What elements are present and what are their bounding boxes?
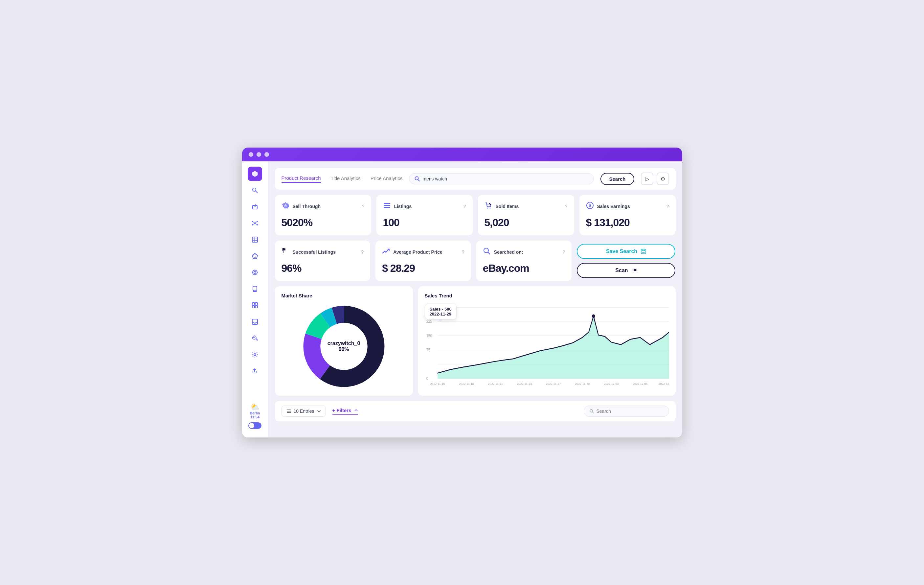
sidebar-item-tool[interactable] <box>248 331 262 345</box>
searched-on-info[interactable]: ? <box>563 250 565 255</box>
svg-rect-51 <box>633 269 633 271</box>
header-icons: ▷ ⚙ <box>641 172 669 185</box>
searched-on-icon <box>483 247 491 257</box>
svg-text:75: 75 <box>426 348 430 352</box>
metric-avg-price: Average Product Price ? $ 28.29 <box>375 241 471 281</box>
successful-listings-info[interactable]: ? <box>361 250 364 255</box>
svg-line-1 <box>256 191 257 193</box>
listings-info[interactable]: ? <box>464 204 466 209</box>
svg-point-6 <box>255 204 256 205</box>
sidebar-item-target[interactable] <box>248 265 262 280</box>
sidebar-bottom: ⛅ Berlin 11:54 <box>248 403 261 432</box>
play-icon-button[interactable]: ▷ <box>641 172 653 185</box>
save-search-button[interactable]: Save Search <box>577 244 675 259</box>
metric-searched-on: Searched on: ? eBay.com <box>476 241 572 281</box>
svg-rect-3 <box>254 207 254 207</box>
metric-successful-listings: Successful Listings ? 96% <box>275 241 371 281</box>
weather-widget: ⛅ Berlin 11:54 <box>250 403 260 419</box>
svg-rect-2 <box>252 205 257 209</box>
svg-rect-52 <box>634 269 634 271</box>
header-search-button[interactable]: Search <box>601 173 634 185</box>
market-share-title: Market Share <box>282 293 406 298</box>
svg-text:2022-11-21: 2022-11-21 <box>488 382 503 385</box>
sidebar-item-table[interactable] <box>248 232 262 247</box>
svg-rect-32 <box>252 303 254 305</box>
svg-text:0: 0 <box>426 376 428 380</box>
entries-select[interactable]: 10 Entries <box>282 406 326 417</box>
listings-label: Listings <box>394 204 412 209</box>
sold-items-label: Sold Items <box>496 204 519 209</box>
sidebar-item-award[interactable] <box>248 282 262 296</box>
header-search-input[interactable] <box>422 176 588 182</box>
tooltip-dot <box>592 314 595 318</box>
metric-sales-earnings-header: $ Sales Earnings ? <box>586 202 669 212</box>
scan-button[interactable]: Scan <box>577 263 675 278</box>
sell-through-value: 5020% <box>282 216 365 229</box>
svg-text:2022-11-27: 2022-11-27 <box>546 382 561 385</box>
filters-button[interactable]: + Filters <box>332 408 358 415</box>
entries-chevron-icon <box>317 409 321 413</box>
gear-icon-button[interactable]: ⚙ <box>657 172 669 185</box>
svg-rect-4 <box>255 207 256 207</box>
metric-sell-through: Sell Through ? 5020% <box>275 195 371 235</box>
sales-trend-chart: Sales Trend 300 225 <box>418 286 676 396</box>
svg-text:$: $ <box>589 203 591 208</box>
header: Product Research Title Analytics Price A… <box>275 168 676 190</box>
donut-wrapper: crazywitch_0 60% <box>282 304 406 389</box>
svg-text:2022-12-06: 2022-12-06 <box>633 382 647 385</box>
tab-title-analytics[interactable]: Title Analytics <box>331 175 361 182</box>
metrics-row-1: Sell Through ? 5020% <box>275 195 676 235</box>
line-chart-wrapper: 300 225 150 75 0 2022- <box>425 304 669 389</box>
sales-earnings-icon: $ <box>586 202 594 212</box>
sidebar-item-settings[interactable] <box>248 347 262 362</box>
sidebar-item-nodes[interactable] <box>248 216 262 230</box>
sidebar-item-search[interactable] <box>248 183 262 198</box>
svg-line-86 <box>592 412 594 413</box>
header-search-bar[interactable] <box>409 173 594 184</box>
sidebar-item-inbox[interactable] <box>248 314 262 329</box>
tab-product-research[interactable]: Product Research <box>282 175 321 183</box>
bottom-bar: 10 Entries + Filters <box>275 401 676 421</box>
charts-section: Market Share <box>275 286 676 396</box>
sell-through-label: Sell Through <box>293 204 321 209</box>
sidebar-item-bot[interactable] <box>248 200 262 214</box>
sidebar-item-export[interactable] <box>248 364 262 378</box>
avg-price-info[interactable]: ? <box>462 250 464 255</box>
sales-earnings-info[interactable]: ? <box>667 204 669 209</box>
svg-rect-55 <box>637 269 637 271</box>
svg-line-15 <box>255 223 257 225</box>
svg-text:2022-12-09: 2022-12-09 <box>658 382 669 385</box>
weather-icon: ⛅ <box>251 403 259 411</box>
tooltip-date: 2022-11-29 <box>430 312 452 317</box>
table-search-bar[interactable] <box>584 406 669 417</box>
donut-center: crazywitch_0 60% <box>327 340 360 352</box>
svg-text:150: 150 <box>426 334 432 338</box>
sales-earnings-value: $ 131,020 <box>586 216 669 229</box>
svg-text:2022-12-03: 2022-12-03 <box>604 382 619 385</box>
tab-price-analytics[interactable]: Price Analytics <box>371 175 403 182</box>
svg-point-44 <box>489 208 490 209</box>
sell-through-info[interactable]: ? <box>362 204 365 209</box>
scan-icon <box>631 268 637 273</box>
sidebar-item-gem[interactable] <box>248 249 262 263</box>
metric-searched-on-header: Searched on: ? <box>483 247 565 257</box>
svg-rect-50 <box>632 269 632 269</box>
svg-line-39 <box>418 179 419 181</box>
svg-rect-53 <box>634 269 635 271</box>
action-buttons: Save Search Scan <box>577 241 675 281</box>
avg-price-value: $ 28.29 <box>382 262 464 274</box>
main-content: Product Research Title Analytics Price A… <box>268 161 682 438</box>
successful-listings-icon <box>282 247 289 257</box>
dark-mode-toggle[interactable] <box>248 422 261 429</box>
search-bar-icon <box>414 176 420 182</box>
listings-icon <box>383 202 391 212</box>
metrics-row-2: Successful Listings ? 96% A <box>275 241 676 281</box>
sell-through-icon <box>282 202 289 212</box>
table-search-input[interactable] <box>597 408 663 414</box>
sidebar-item-grid[interactable] <box>248 298 262 312</box>
sold-items-info[interactable]: ? <box>565 204 568 209</box>
chart-tooltip: Sales - 500 2022-11-29 <box>425 304 457 319</box>
svg-rect-34 <box>252 306 254 308</box>
filters-chevron-icon <box>354 408 358 412</box>
sidebar-item-logo[interactable] <box>248 167 262 181</box>
